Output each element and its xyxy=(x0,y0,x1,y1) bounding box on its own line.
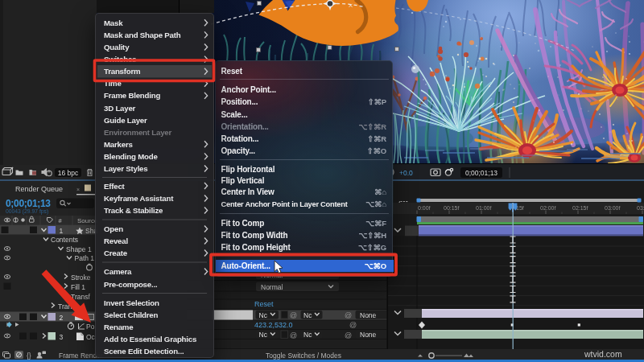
svg-text:Effect: Effect xyxy=(104,182,126,191)
svg-text:⌥⇧⌘G: ⌥⇧⌘G xyxy=(358,243,386,252)
svg-text:Shape 1: Shape 1 xyxy=(66,245,92,253)
svg-text:@: @ xyxy=(290,331,297,339)
svg-text:Nc: Nc xyxy=(259,331,268,339)
svg-text:⌥⇧⌘H: ⌥⇧⌘H xyxy=(358,231,386,240)
svg-text:Center In View: Center In View xyxy=(221,187,275,196)
svg-text:Position...: Position... xyxy=(221,97,258,106)
svg-text:Time: Time xyxy=(104,79,122,88)
svg-text:Trans: Trans xyxy=(58,302,75,311)
svg-text:Contents: Contents xyxy=(51,236,78,244)
svg-text:2: 2 xyxy=(60,314,64,322)
svg-text:Scene Edit Detection...: Scene Edit Detection... xyxy=(104,347,184,356)
svg-text:Markers: Markers xyxy=(104,140,133,149)
svg-text:Reset: Reset xyxy=(254,300,274,308)
svg-text:Scale...: Scale... xyxy=(221,110,248,119)
svg-text:Nc: Nc xyxy=(303,311,312,319)
svg-text:Mask and Shape Path: Mask and Shape Path xyxy=(104,31,181,39)
svg-text:3D Layer: 3D Layer xyxy=(104,104,136,113)
svg-text:@: @ xyxy=(345,331,352,339)
svg-text:Invert Selection: Invert Selection xyxy=(104,298,159,307)
svg-text:Anchor Point...: Anchor Point... xyxy=(221,85,277,94)
svg-text:02:15f: 02:15f xyxy=(572,205,588,211)
svg-text:Reveal: Reveal xyxy=(104,237,128,245)
svg-text:0;00;01;13: 0;00;01;13 xyxy=(465,169,497,177)
svg-text:Create: Create xyxy=(104,249,128,257)
svg-text:Fit to Comp Height: Fit to Comp Height xyxy=(221,243,291,252)
svg-text:Quality: Quality xyxy=(104,43,130,51)
svg-text:Toggle Switches / Modes: Toggle Switches / Modes xyxy=(266,352,341,360)
svg-text:00043 (29.97 fps): 00043 (29.97 fps) xyxy=(6,208,48,215)
svg-text:None: None xyxy=(360,311,377,319)
svg-text:Pre-compose...: Pre-compose... xyxy=(104,280,158,289)
svg-text:⌥⌘⌂: ⌥⌘⌂ xyxy=(365,200,386,208)
svg-text:02:00f: 02:00f xyxy=(540,205,556,211)
svg-text:Flip Vertical: Flip Vertical xyxy=(221,176,265,185)
svg-text:0:00f: 0:00f xyxy=(418,205,431,211)
svg-text:Transf: Transf xyxy=(71,293,90,301)
svg-text:Transform: Transform xyxy=(104,67,141,76)
svg-text:⌥⇧⌘R: ⌥⇧⌘R xyxy=(358,122,386,131)
svg-text:Guide Layer: Guide Layer xyxy=(104,116,147,125)
svg-text:Reset: Reset xyxy=(221,67,243,76)
svg-text:@: @ xyxy=(349,321,357,329)
svg-text:Add to Essential Graphics: Add to Essential Graphics xyxy=(104,335,196,343)
svg-text:Keyframe Assistant: Keyframe Assistant xyxy=(104,194,174,203)
svg-text:Blending Mode: Blending Mode xyxy=(104,152,158,161)
svg-text:⌘⌂: ⌘⌂ xyxy=(374,187,386,196)
svg-text:00:15f: 00:15f xyxy=(444,205,460,211)
svg-text:Rotation...: Rotation... xyxy=(221,134,259,143)
svg-text:Mask: Mask xyxy=(104,19,123,27)
svg-text:Orientation...: Orientation... xyxy=(221,122,270,131)
svg-text:Fit to Comp Width: Fit to Comp Width xyxy=(221,231,288,240)
svg-text:Camera: Camera xyxy=(104,267,132,276)
svg-text:03:00f: 03:00f xyxy=(605,205,621,211)
svg-text:1: 1 xyxy=(60,227,64,235)
svg-text:⇧⌘O: ⇧⌘O xyxy=(367,146,386,155)
svg-text:Auto-Orient...: Auto-Orient... xyxy=(221,261,271,270)
svg-text:Fit to Comp: Fit to Comp xyxy=(221,219,265,228)
svg-text:Open: Open xyxy=(104,224,123,233)
svg-text:Environment Layer: Environment Layer xyxy=(104,128,171,137)
svg-text:⌥⌘O: ⌥⌘O xyxy=(365,261,386,270)
svg-text:15f: 15f xyxy=(516,205,524,211)
svg-text:Render Queue: Render Queue xyxy=(15,185,63,193)
svg-text:Nc: Nc xyxy=(303,331,312,339)
svg-text:Switches: Switches xyxy=(104,55,136,64)
svg-text:Po: Po xyxy=(86,323,95,331)
svg-text:⇧⌘P: ⇧⌘P xyxy=(368,97,387,106)
svg-text:03:1: 03:1 xyxy=(637,205,644,211)
svg-text:Oc: Oc xyxy=(86,333,96,341)
svg-text:Select Children: Select Children xyxy=(104,311,159,319)
svg-text:+0.0: +0.0 xyxy=(399,169,413,177)
svg-text:@: @ xyxy=(345,311,352,319)
svg-text:16 bpc: 16 bpc xyxy=(58,169,79,177)
svg-text:Frame Blending: Frame Blending xyxy=(104,91,160,100)
svg-text:Path 1: Path 1 xyxy=(75,254,95,262)
svg-text:Flip Horizontal: Flip Horizontal xyxy=(221,165,275,174)
svg-text:wtvid.com: wtvid.com xyxy=(584,349,622,359)
svg-text:@: @ xyxy=(290,311,297,319)
svg-text:Opacity...: Opacity... xyxy=(221,146,256,155)
svg-text:Fill 1: Fill 1 xyxy=(71,283,85,291)
svg-text:None: None xyxy=(360,331,377,339)
svg-text:0;00;01;13: 0;00;01;13 xyxy=(6,198,51,209)
svg-text:⌥⌘F: ⌥⌘F xyxy=(365,219,386,228)
svg-text:Center Anchor Point in Layer C: Center Anchor Point in Layer Content xyxy=(221,200,348,208)
svg-text:Layer Styles: Layer Styles xyxy=(104,164,147,173)
svg-text:Nc: Nc xyxy=(259,311,268,319)
svg-text:{}: {} xyxy=(27,352,31,360)
svg-text:Stroke: Stroke xyxy=(71,274,91,282)
svg-text:423.2,532.0: 423.2,532.0 xyxy=(254,321,293,329)
svg-text:3: 3 xyxy=(60,333,64,341)
svg-text:01:00f: 01:00f xyxy=(476,205,492,211)
svg-text:⇧⌘R: ⇧⌘R xyxy=(367,134,386,143)
svg-text:Normal: Normal xyxy=(261,283,283,291)
svg-text:Track & Stabilize: Track & Stabilize xyxy=(104,206,163,215)
svg-text:Rename: Rename xyxy=(104,323,134,331)
svg-text:×: × xyxy=(76,187,80,192)
